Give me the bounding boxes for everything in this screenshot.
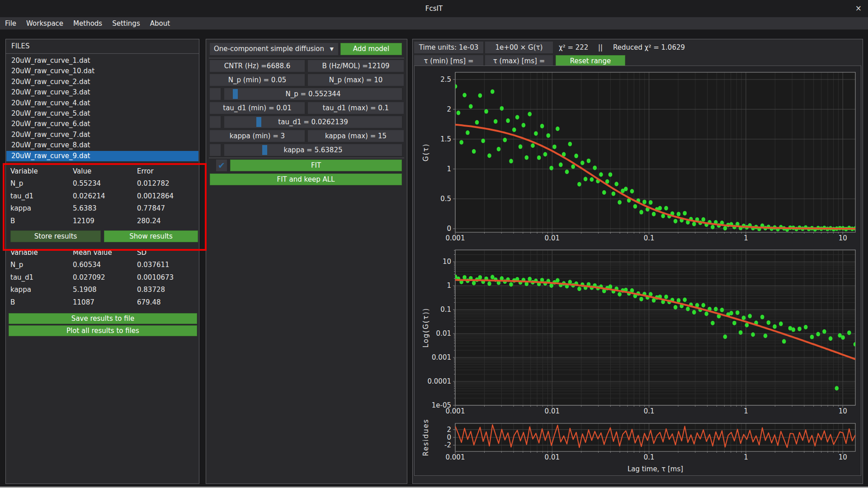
svg-text:2: 2 — [447, 426, 451, 434]
svg-text:10: 10 — [443, 258, 451, 266]
kappa-slider-label: kappa = 5.63825 — [224, 144, 402, 156]
divider — [209, 58, 404, 58]
file-list-item[interactable]: 20uW_raw_curve_9.dat — [6, 151, 198, 161]
correlation-plot-log[interactable]: 1010.10.010.0010.00011e-050.0010.010.111… — [415, 245, 861, 419]
correlation-plot-linear[interactable]: 00.511.522.50.0010.010.1110G(τ) — [415, 67, 861, 245]
table-row: B 11087 679.48 — [10, 296, 196, 309]
table-row: kappa 5.6383 0.77847 — [10, 202, 196, 215]
menu-item[interactable]: File — [0, 19, 21, 28]
stats-header: Variable Mean value SD — [10, 246, 196, 259]
plot-all-results-button[interactable]: Plot all results to files — [9, 325, 197, 336]
svg-text:0.1: 0.1 — [440, 305, 451, 314]
np-min-field[interactable]: N_p (min) = 0.05 — [210, 74, 305, 86]
scale-field[interactable]: 1e+00 × G(τ) — [485, 42, 553, 53]
chi2-separator: || — [598, 42, 603, 53]
chi2-value: χ² = 222 — [559, 42, 588, 53]
svg-text:0.1: 0.1 — [644, 453, 655, 461]
svg-text:0.1: 0.1 — [644, 407, 655, 415]
svg-text:0.01: 0.01 — [436, 329, 451, 338]
svg-text:-2: -2 — [444, 441, 451, 449]
residues-plot[interactable]: -2020.0010.010.1110ResiduesLag time, τ [… — [415, 419, 861, 475]
fit-results-rows: N_p 0.55234 0.012782 tau_d1 0.026214 0.0… — [10, 178, 196, 227]
svg-text:0: 0 — [447, 225, 451, 233]
col-variable: Variable — [10, 249, 73, 257]
np-slider[interactable]: N_p = 0.552344 — [224, 88, 402, 100]
files-panel: FILES 20uW_raw_curve_1.dat20uW_raw_curve… — [5, 39, 199, 484]
svg-text:10: 10 — [839, 234, 847, 242]
svg-text:1: 1 — [744, 234, 748, 242]
app-window: FcsIT × FileWorkspaceMethodsSettingsAbou… — [0, 0, 868, 488]
svg-text:G(τ): G(τ) — [422, 143, 430, 161]
svg-text:10: 10 — [839, 453, 847, 461]
file-list-item[interactable]: 20uW_raw_curve_6.dat — [6, 119, 198, 129]
time-units-field[interactable]: Time units: 1e-03 [s] — [414, 42, 483, 53]
plot-panel: Time units: 1e-03 [s] 1e+00 × G(τ) χ² = … — [412, 39, 863, 484]
table-row: kappa 5.1908 0.83728 — [10, 284, 196, 296]
svg-text:0.01: 0.01 — [545, 234, 560, 242]
file-list-item[interactable]: 20uW_raw_curve_4.dat — [6, 98, 198, 108]
file-list-item[interactable]: 20uW_raw_curve_5.dat — [6, 108, 198, 119]
menu-item[interactable]: Workspace — [21, 19, 68, 28]
titlebar: FcsIT × — [0, 0, 868, 17]
fit-button[interactable]: FIT — [230, 160, 402, 171]
file-list-item[interactable]: 20uW_raw_curve_2.dat — [6, 77, 198, 87]
show-results-button[interactable]: Show results — [104, 230, 198, 242]
svg-text:0.1: 0.1 — [644, 234, 655, 242]
col-value: Value — [73, 167, 137, 175]
window-title: FcsIT — [425, 5, 443, 13]
svg-text:0.5: 0.5 — [440, 195, 451, 203]
file-list-item[interactable]: 20uW_raw_curve_10.dat — [6, 66, 198, 76]
taud1-slider-label: tau_d1 = 0.0262139 — [224, 116, 402, 128]
np-max-field[interactable]: N_p (max) = 10 — [308, 74, 404, 86]
menu-item[interactable]: Methods — [68, 19, 107, 28]
taud1-lock-checkbox[interactable] — [210, 116, 221, 128]
kappa-min-field[interactable]: kappa (min) = 3 — [210, 130, 305, 142]
svg-text:Log(G(τ)): Log(G(τ)) — [422, 308, 430, 348]
file-list-item[interactable]: 20uW_raw_curve_7.dat — [6, 130, 198, 140]
col-sd: SD — [137, 249, 196, 257]
svg-text:0.001: 0.001 — [446, 453, 465, 461]
taud1-min-field[interactable]: tau_d1 (min) = 0.01 — [210, 102, 305, 114]
table-row: tau_d1 0.026214 0.0012864 — [10, 190, 196, 202]
fit-results-header: Variable Value Error — [10, 165, 196, 178]
menu-item[interactable]: Settings — [107, 19, 145, 28]
kappa-slider[interactable]: kappa = 5.63825 — [224, 144, 402, 156]
svg-text:0.001: 0.001 — [432, 353, 451, 361]
svg-text:1.5: 1.5 — [440, 135, 451, 143]
svg-text:1: 1 — [447, 282, 451, 290]
fit-and-keep-all-button[interactable]: FIT and keep ALL — [210, 174, 402, 185]
kappa-max-field[interactable]: kappa (max) = 15 — [308, 130, 404, 142]
svg-text:1: 1 — [744, 453, 748, 461]
add-model-button[interactable]: Add model — [340, 43, 402, 55]
svg-text:0: 0 — [447, 433, 451, 441]
model-selector-dropdown[interactable]: One-component simple diffusion ▼ — [210, 43, 338, 55]
taud1-slider[interactable]: tau_d1 = 0.0262139 — [224, 116, 402, 128]
cntr-field[interactable]: CNTR (Hz) =6688.6 — [210, 60, 305, 72]
plots-container: 00.511.522.50.0010.010.1110G(τ) 1010.10.… — [414, 66, 861, 476]
col-variable: Variable — [10, 167, 73, 175]
file-list-item[interactable]: 20uW_raw_curve_8.dat — [6, 140, 198, 150]
taud1-max-field[interactable]: tau_d1 (max) = 0.1 — [308, 102, 404, 114]
col-error: Error — [137, 167, 196, 175]
divider — [209, 158, 404, 158]
b-field[interactable]: B (Hz/MOL) =12109 — [308, 60, 404, 72]
stats-table: Variable Mean value SD N_p 0.60534 0.037… — [10, 246, 196, 309]
store-results-button[interactable]: Store results — [10, 230, 101, 242]
files-panel-title: FILES — [6, 39, 199, 54]
chevron-down-icon: ▼ — [330, 43, 334, 55]
table-row: tau_d1 0.027092 0.0010673 — [10, 271, 196, 284]
np-lock-checkbox[interactable] — [210, 88, 221, 100]
table-row: N_p 0.55234 0.012782 — [10, 178, 196, 190]
file-list-item[interactable]: 20uW_raw_curve_3.dat — [6, 87, 198, 98]
reduced-chi2-value: Reduced χ² = 1.0629 — [613, 42, 685, 53]
svg-text:Residues: Residues — [422, 419, 430, 456]
fit-checkbox[interactable]: ✔ — [216, 160, 227, 171]
np-slider-label: N_p = 0.552344 — [224, 88, 402, 100]
fit-results-table: Variable Value Error N_p 0.55234 0.01278… — [10, 165, 196, 227]
svg-text:1: 1 — [447, 165, 451, 173]
close-icon[interactable]: × — [855, 4, 862, 13]
kappa-lock-checkbox[interactable] — [210, 144, 221, 156]
file-list-item[interactable]: 20uW_raw_curve_1.dat — [6, 56, 198, 66]
save-results-button[interactable]: Save results to file — [9, 313, 197, 324]
menu-item[interactable]: About — [145, 19, 175, 28]
